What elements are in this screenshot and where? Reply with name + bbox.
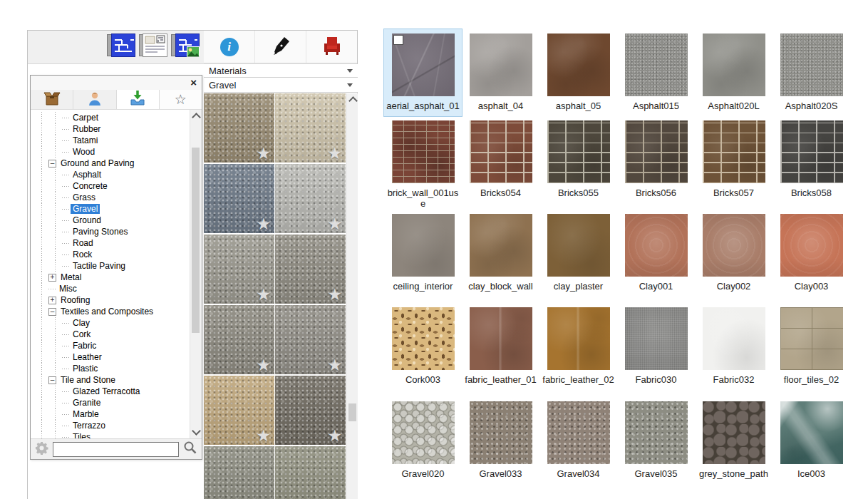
material-item-aerial-asphalt-01[interactable]: aerial_asphalt_01 bbox=[384, 29, 462, 116]
texture-thumbnail[interactable]: ★ bbox=[204, 305, 274, 374]
texture-thumbnail[interactable]: ★ bbox=[275, 235, 346, 304]
search-input[interactable] bbox=[53, 442, 179, 457]
material-item-clay-block-wall[interactable]: clay_block_wall bbox=[462, 210, 539, 303]
texture-thumbnail[interactable]: ★ bbox=[204, 93, 274, 163]
tree-collapse-icon[interactable]: – bbox=[48, 308, 56, 316]
texture-thumbnail[interactable]: ★ bbox=[275, 376, 346, 445]
material-item-fabric-leather-02[interactable]: fabric_leather_02 bbox=[539, 303, 617, 397]
tree-item-tatami[interactable]: Tatami bbox=[31, 135, 190, 146]
tree-item-fabric[interactable]: Fabric bbox=[31, 340, 190, 351]
material-item-ceiling-interior[interactable]: ceiling_interior bbox=[384, 210, 462, 303]
texture-thumbnail[interactable]: ★ bbox=[275, 93, 346, 163]
material-item-asphalt-05[interactable]: asphalt_05 bbox=[539, 29, 617, 116]
plan-photo-view-button[interactable] bbox=[170, 34, 200, 59]
favorite-star-icon[interactable]: ★ bbox=[256, 357, 271, 374]
tree-expand-icon[interactable]: + bbox=[48, 297, 56, 304]
tree-item-road[interactable]: Road bbox=[31, 237, 190, 249]
texture-thumbnail[interactable]: ★ bbox=[204, 235, 274, 304]
tree-item-rubber[interactable]: Rubber bbox=[31, 123, 190, 135]
tree-item-tiles[interactable]: Tiles bbox=[31, 431, 190, 438]
texture-thumbnail[interactable]: ★ bbox=[275, 305, 346, 374]
tree-item-tactile-paving[interactable]: Tactile Paving bbox=[31, 260, 190, 272]
material-item-bricks058[interactable]: Bricks058 bbox=[773, 116, 850, 210]
material-item-cork003[interactable]: Cork003 bbox=[384, 303, 462, 397]
material-item-gravel033[interactable]: Gravel033 bbox=[462, 397, 539, 493]
tree-item-terrazzo[interactable]: Terrazzo bbox=[31, 420, 190, 431]
material-item-gravel034[interactable]: Gravel034 bbox=[539, 397, 617, 493]
favorite-star-icon[interactable]: ★ bbox=[256, 216, 271, 232]
floor-plan-view-button[interactable] bbox=[106, 34, 136, 59]
tree-item-clay[interactable]: Clay bbox=[31, 317, 190, 329]
tree-collapse-icon[interactable]: – bbox=[48, 160, 56, 168]
library-dropdown[interactable]: Materials bbox=[204, 64, 358, 78]
material-item-gravel020[interactable]: Gravel020 bbox=[384, 397, 462, 493]
panel-title-bar[interactable]: × bbox=[31, 76, 202, 90]
tree-item-asphalt[interactable]: Asphalt bbox=[31, 169, 190, 180]
texture-scrollbar[interactable] bbox=[346, 93, 358, 499]
favorite-star-icon[interactable]: ★ bbox=[327, 357, 342, 374]
tab-person[interactable] bbox=[73, 90, 116, 109]
tree-item-carpet[interactable]: Carpet bbox=[31, 112, 190, 123]
scroll-down-icon[interactable] bbox=[192, 426, 201, 436]
tree-item-plastic[interactable]: Plastic bbox=[31, 363, 190, 374]
material-item-ice003[interactable]: Ice003 bbox=[773, 397, 850, 493]
favorite-star-icon[interactable]: ★ bbox=[256, 287, 271, 303]
tab-package[interactable] bbox=[31, 90, 73, 109]
tree-item-leather[interactable]: Leather bbox=[31, 351, 190, 363]
material-item-gravel035[interactable]: Gravel035 bbox=[617, 397, 695, 493]
material-item-bricks057[interactable]: Bricks057 bbox=[695, 116, 773, 210]
scroll-up-icon[interactable] bbox=[192, 113, 201, 122]
favorite-star-icon[interactable]: ★ bbox=[327, 145, 342, 162]
material-item-asphalt020l[interactable]: Asphalt020L bbox=[695, 29, 773, 116]
gear-icon[interactable] bbox=[35, 441, 48, 458]
scroll-up-icon[interactable] bbox=[348, 96, 358, 106]
tree-expand-icon[interactable]: + bbox=[48, 274, 56, 282]
material-item-clay003[interactable]: Clay003 bbox=[773, 210, 850, 303]
material-item-asphalt015[interactable]: Asphalt015 bbox=[617, 29, 695, 116]
material-item-fabric032[interactable]: Fabric032 bbox=[695, 303, 773, 397]
pen-button[interactable] bbox=[254, 31, 306, 63]
material-item-brick-wall-001use[interactable]: brick_wall_001use bbox=[384, 116, 462, 210]
selection-checkbox[interactable] bbox=[393, 35, 403, 45]
tree-item-cork[interactable]: Cork bbox=[31, 329, 190, 340]
texture-thumbnail[interactable]: ★ bbox=[275, 446, 346, 499]
material-item-clay-plaster[interactable]: clay_plaster bbox=[539, 210, 617, 303]
tree-item-wood[interactable]: Wood bbox=[31, 146, 190, 158]
tree-item-marble[interactable]: Marble bbox=[31, 408, 190, 420]
page-layout-view-button[interactable] bbox=[138, 34, 168, 59]
texture-thumbnail[interactable]: ★ bbox=[204, 446, 274, 499]
material-item-bricks054[interactable]: Bricks054 bbox=[462, 116, 539, 210]
material-item-asphalt020s[interactable]: Asphalt020S bbox=[773, 29, 850, 116]
scrollbar-thumb[interactable] bbox=[192, 148, 200, 333]
favorite-star-icon[interactable]: ★ bbox=[327, 287, 342, 303]
furniture-button[interactable] bbox=[306, 31, 357, 63]
tree-item-granite[interactable]: Granite bbox=[31, 397, 190, 408]
favorite-star-icon[interactable]: ★ bbox=[256, 428, 271, 444]
material-item-bricks056[interactable]: Bricks056 bbox=[617, 116, 695, 210]
texture-thumbnail[interactable]: ★ bbox=[204, 164, 274, 233]
tree-item-gravel[interactable]: Gravel bbox=[31, 203, 190, 215]
category-dropdown[interactable]: Gravel bbox=[204, 78, 358, 93]
material-item-asphalt-04[interactable]: asphalt_04 bbox=[462, 29, 539, 116]
tree-item-tile-and-stone[interactable]: –Tile and Stone bbox=[31, 374, 190, 386]
tree-item-metal[interactable]: +Metal bbox=[31, 272, 190, 283]
tree-item-roofing[interactable]: +Roofing bbox=[31, 294, 190, 306]
tree-item-rock[interactable]: Rock bbox=[31, 249, 190, 260]
material-item-floor-tiles-02[interactable]: floor_tiles_02 bbox=[773, 303, 850, 397]
material-item-fabric-leather-01[interactable]: fabric_leather_01 bbox=[462, 303, 539, 397]
tree-item-misc[interactable]: Misc bbox=[31, 283, 190, 294]
material-item-grey-stone-path[interactable]: grey_stone_path bbox=[695, 397, 773, 493]
magnifier-icon[interactable] bbox=[183, 441, 197, 458]
material-item-bricks055[interactable]: Bricks055 bbox=[539, 116, 617, 210]
info-button[interactable]: i bbox=[204, 31, 254, 63]
favorite-star-icon[interactable]: ★ bbox=[327, 216, 342, 232]
scrollbar-thumb[interactable] bbox=[348, 403, 356, 421]
close-button[interactable]: × bbox=[190, 76, 197, 90]
material-item-clay002[interactable]: Clay002 bbox=[695, 210, 773, 303]
material-item-clay001[interactable]: Clay001 bbox=[617, 210, 695, 303]
tree-item-glazed-terracotta[interactable]: Glazed Terracotta bbox=[31, 386, 190, 397]
tree-item-grass[interactable]: Grass bbox=[31, 192, 190, 203]
tree-item-paving-stones[interactable]: Paving Stones bbox=[31, 226, 190, 237]
tree-item-textiles-and-composites[interactable]: –Textiles and Composites bbox=[31, 306, 190, 317]
material-item-fabric030[interactable]: Fabric030 bbox=[617, 303, 695, 397]
